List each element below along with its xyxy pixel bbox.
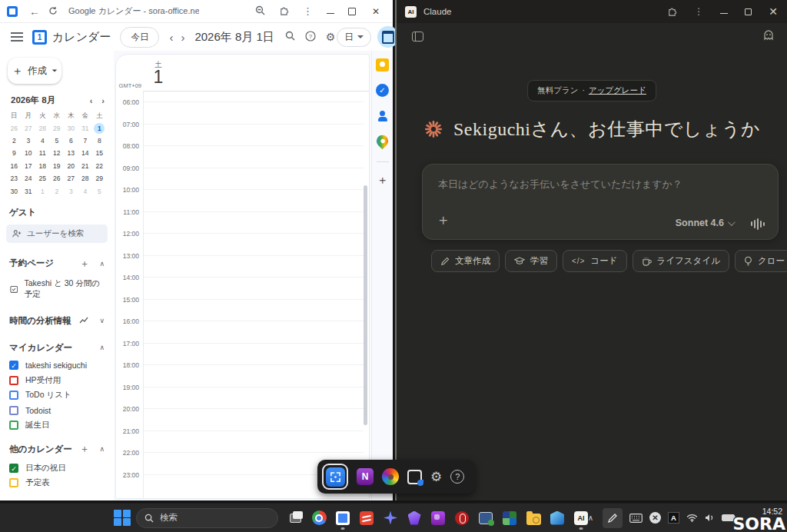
calendar-list-item[interactable]: 予定表: [6, 476, 108, 491]
collapse-icon[interactable]: ∧: [99, 445, 105, 453]
hidden-icons-chevron[interactable]: ∧: [586, 514, 596, 522]
menu-dots-icon[interactable]: ⋮: [303, 6, 313, 16]
create-button[interactable]: ＋ 作成: [8, 58, 61, 84]
mini-cal-next-icon[interactable]: ›: [101, 96, 105, 105]
mini-cal-day[interactable]: 10: [23, 148, 34, 158]
mini-cal-day[interactable]: 26: [8, 123, 19, 134]
mini-cal-day[interactable]: 14: [80, 148, 91, 158]
mini-cal-day[interactable]: 24: [23, 173, 34, 184]
calendar-checkbox[interactable]: [9, 421, 18, 430]
today-button[interactable]: 今日: [120, 27, 159, 48]
mini-cal-day[interactable]: 7: [80, 135, 91, 146]
todoist-icon[interactable]: [357, 507, 377, 530]
search-icon[interactable]: [285, 31, 295, 43]
start-button[interactable]: [112, 507, 132, 530]
calendar-checkbox[interactable]: [9, 478, 18, 487]
zoom-out-icon[interactable]: [255, 5, 265, 17]
settings-gear-icon[interactable]: ⚙: [430, 470, 442, 484]
mini-cal-day[interactable]: 17: [23, 161, 34, 171]
hour-row[interactable]: 13:00: [116, 255, 364, 278]
mini-cal-day[interactable]: 8: [94, 135, 105, 146]
view-selector[interactable]: 日: [337, 28, 371, 47]
hour-grid[interactable]: 06:0007:0008:0009:0010:0011:0012:0013:00…: [116, 101, 364, 496]
calendar-list-item[interactable]: ✓日本の祝日: [6, 461, 108, 476]
gemini-icon[interactable]: [380, 507, 400, 530]
blue-app-icon[interactable]: [547, 507, 567, 530]
mini-cal-day[interactable]: 30: [8, 186, 19, 197]
snip-icon[interactable]: [407, 470, 422, 484]
menu-dots-icon[interactable]: ⋮: [694, 7, 703, 16]
collapse-icon[interactable]: ∧: [99, 344, 105, 351]
mini-cal-day[interactable]: 16: [8, 161, 19, 171]
vertical-scrollbar[interactable]: [364, 185, 367, 425]
add-booking-icon[interactable]: ＋: [79, 257, 89, 271]
contacts-icon[interactable]: [376, 109, 389, 122]
minimize-button[interactable]: [720, 13, 728, 14]
calendar-list-item[interactable]: ToDo リスト: [6, 388, 108, 404]
current-date[interactable]: 2026年 8月 1日: [194, 30, 274, 45]
booking-item[interactable]: Takeshi と 30 分間の予定: [6, 274, 108, 308]
suggestion-chip-code[interactable]: </>コード: [563, 250, 627, 272]
tasks-icon[interactable]: [376, 84, 389, 97]
suggestion-chip-pencil[interactable]: 文章作成: [431, 250, 500, 272]
prev-day-button[interactable]: ‹: [165, 31, 177, 44]
mini-cal-day[interactable]: 31: [23, 186, 34, 197]
model-selector[interactable]: Sonnet 4.6: [676, 218, 733, 228]
expand-icon[interactable]: ∨: [99, 317, 105, 324]
calendar-list-item[interactable]: 誕生日: [6, 418, 108, 434]
other-calendars-section[interactable]: 他のカレンダー ＋ ∧: [6, 439, 108, 459]
mini-cal-day[interactable]: 28: [37, 123, 48, 134]
hour-row[interactable]: 08:00: [116, 145, 364, 168]
mini-cal-day[interactable]: 5: [94, 186, 105, 197]
suggestion-chip-cup[interactable]: ライフスタイル: [633, 250, 729, 272]
mini-cal-day[interactable]: 21: [80, 161, 91, 171]
mini-cal-day[interactable]: 27: [65, 173, 76, 184]
wifi-icon[interactable]: [686, 514, 698, 522]
close-button[interactable]: ✕: [769, 5, 778, 18]
hour-row[interactable]: 07:00: [116, 124, 364, 146]
message-composer[interactable]: 本日はどのようなお手伝いをさせていただけますか？ ＋ Sonnet 4.6: [422, 164, 779, 240]
extensions-icon[interactable]: [279, 5, 289, 17]
hour-row[interactable]: 15:00: [116, 299, 364, 321]
maximize-button[interactable]: [745, 8, 752, 15]
calendar-list-item[interactable]: Todoist: [6, 403, 108, 418]
mini-cal-day[interactable]: 2: [8, 135, 19, 146]
hour-row[interactable]: 06:00: [116, 101, 364, 124]
mini-cal-day[interactable]: 31: [80, 123, 91, 134]
mini-cal-day[interactable]: 13: [65, 148, 76, 158]
back-icon[interactable]: ←: [25, 5, 44, 18]
maps-icon[interactable]: [374, 133, 391, 150]
hour-row[interactable]: 11:00: [116, 211, 364, 234]
red-badge-app-icon[interactable]: [452, 507, 472, 530]
hour-row[interactable]: 18:00: [116, 364, 364, 387]
mini-cal-day[interactable]: 3: [23, 135, 34, 146]
mini-cal-day[interactable]: 23: [8, 173, 19, 184]
mini-cal-day[interactable]: 30: [65, 123, 76, 134]
hour-row[interactable]: 20:00: [116, 408, 364, 431]
suggestion-chip-cap[interactable]: 学習: [505, 250, 557, 272]
calendar-checkbox[interactable]: ✓: [9, 361, 18, 370]
hour-row[interactable]: 21:00: [116, 431, 364, 453]
collapse-icon[interactable]: ∧: [99, 260, 105, 268]
user-search-input[interactable]: ユーザーを検索: [6, 224, 108, 243]
mini-cal-day[interactable]: 19: [51, 161, 62, 171]
suggestion-chip-bulb[interactable]: クロードのおすすめ: [735, 250, 787, 272]
sidebar-toggle-icon[interactable]: [412, 32, 423, 42]
touch-keyboard-icon[interactable]: [629, 514, 643, 523]
mini-cal-day[interactable]: 1: [94, 123, 105, 134]
main-menu-icon[interactable]: [11, 32, 23, 42]
mute-x-icon[interactable]: ✕: [649, 512, 661, 524]
mini-cal-day[interactable]: 29: [94, 173, 105, 184]
task-view-button[interactable]: [285, 507, 305, 530]
mini-cal-day[interactable]: 29: [51, 123, 62, 134]
hour-row[interactable]: 17:00: [116, 343, 364, 365]
time-insights-section[interactable]: 時間の分析情報 ∨: [6, 312, 108, 330]
day-number[interactable]: 1: [145, 67, 171, 88]
speaker-icon[interactable]: [705, 514, 715, 522]
calendar-list-item[interactable]: ✓takeshi sekiguchi: [6, 358, 108, 374]
mini-cal-day[interactable]: 3: [65, 186, 76, 197]
calendar-checkbox[interactable]: [9, 406, 18, 415]
mini-cal-day[interactable]: 4: [37, 135, 48, 146]
settings-gear-icon[interactable]: ⚙: [326, 31, 336, 43]
mini-cal-day[interactable]: 2: [51, 186, 62, 197]
